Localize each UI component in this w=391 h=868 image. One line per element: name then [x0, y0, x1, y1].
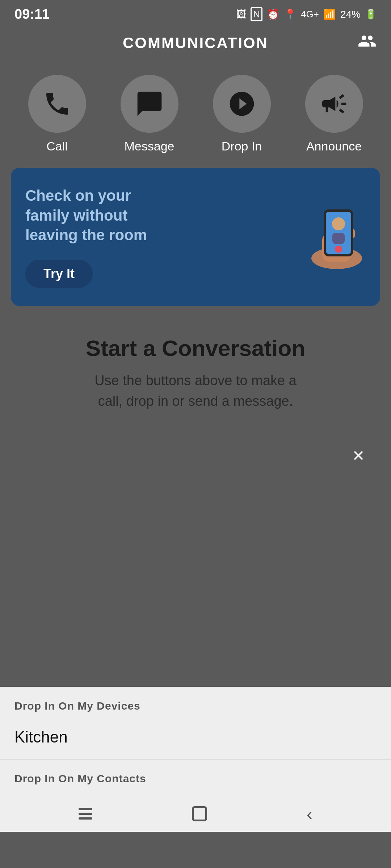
message-label: Message [125, 139, 175, 153]
back-icon: ‹ [307, 804, 312, 824]
message-action: Message [121, 75, 178, 153]
call-button[interactable] [28, 75, 86, 133]
location-icon: 📍 [284, 8, 297, 20]
main-content: Start a Conversation Use the buttons abo… [0, 313, 391, 426]
dropin-button[interactable] [213, 75, 271, 133]
status-icons: 🖼 N ⏰ 📍 4G+ 📶 24% 🔋 [236, 7, 377, 21]
announce-label: Announce [306, 139, 362, 153]
menu-nav-item[interactable] [64, 804, 107, 823]
signal-icon: 📶 [323, 8, 336, 20]
menu-icon [79, 808, 92, 820]
home-icon [192, 806, 207, 821]
try-it-button[interactable]: Try It [25, 260, 93, 288]
call-action: Call [28, 75, 86, 153]
nfc-icon: N [251, 7, 262, 21]
dropin-label: Drop In [222, 139, 262, 153]
home-nav-item[interactable] [177, 803, 222, 825]
main-title: Start a Conversation [14, 335, 377, 362]
network-icon: 4G+ [301, 9, 319, 20]
status-time: 09:11 [14, 7, 50, 22]
promo-text: Check on your family without leaving the… [25, 186, 293, 288]
nav-bar: ‹ [0, 796, 391, 832]
dropin-action: Drop In [213, 75, 271, 153]
announce-action: Announce [305, 75, 363, 153]
alarm-icon: ⏰ [267, 8, 279, 20]
close-button[interactable]: × [344, 441, 373, 469]
action-buttons-row: Call Message Drop In Announce [0, 60, 391, 161]
promo-title: Check on your family without leaving the… [25, 186, 163, 245]
devices-section-header: Drop In On My Devices [0, 687, 391, 719]
contacts-section-header: Drop In On My Contacts [0, 760, 391, 792]
back-nav-item[interactable]: ‹ [292, 800, 327, 827]
page-title: COMMUNICATION [123, 34, 268, 52]
battery-icon: 🔋 [365, 9, 377, 20]
call-label: Call [46, 139, 68, 153]
promo-illustration [293, 186, 366, 269]
gallery-icon: 🖼 [236, 8, 246, 20]
svg-point-10 [335, 246, 342, 253]
svg-point-8 [332, 217, 345, 230]
close-button-container: × [0, 426, 391, 484]
contacts-icon[interactable] [358, 32, 377, 55]
svg-rect-9 [332, 233, 345, 244]
promo-banner: Check on your family without leaving the… [11, 168, 380, 306]
message-button[interactable] [121, 75, 178, 133]
header: COMMUNICATION [0, 26, 391, 60]
main-subtitle: Use the buttons above to make a call, dr… [83, 370, 308, 412]
announce-button[interactable] [305, 75, 363, 133]
bottom-panel: Drop In On My Devices Kitchen Drop In On… [0, 687, 391, 832]
kitchen-item[interactable]: Kitchen [0, 719, 391, 759]
battery-percent: 24% [340, 9, 361, 20]
status-bar: 09:11 🖼 N ⏰ 📍 4G+ 📶 24% 🔋 [0, 0, 391, 26]
